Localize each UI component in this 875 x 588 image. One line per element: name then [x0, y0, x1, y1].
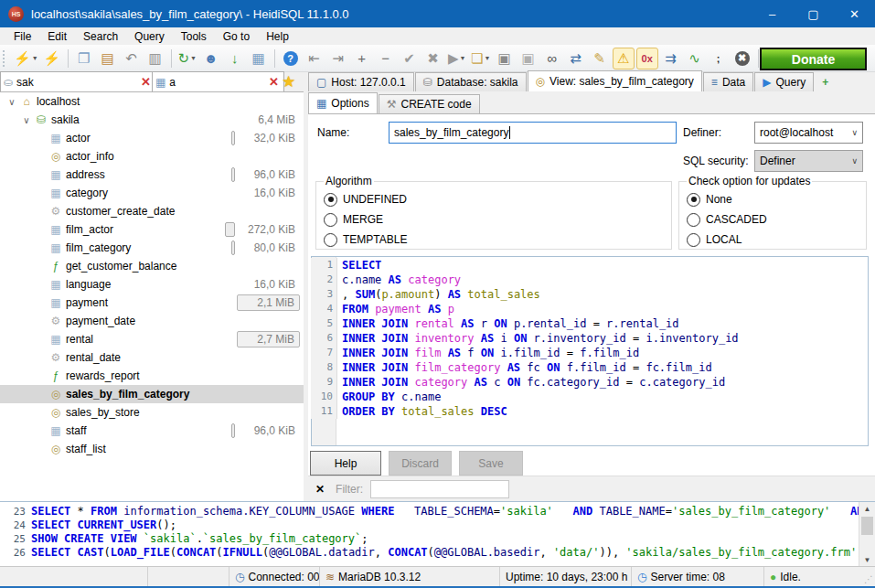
tree-item-sakila[interactable]: ∨⛁sakila6,4 MiB	[0, 111, 304, 129]
tree-item-rewards_report[interactable]: ƒrewards_report	[0, 367, 304, 385]
help-button[interactable]: Help	[310, 451, 381, 476]
algorithm-radio-temptable[interactable]: TEMPTABLE	[324, 230, 664, 250]
toolbar-paste-button[interactable]: ▤	[97, 48, 119, 69]
menu-item-edit[interactable]: Edit	[39, 28, 75, 45]
toolbar-open-file-button[interactable]: ❏▼	[470, 48, 492, 69]
tree-item-film_actor[interactable]: ▦film_actor272,0 KiB	[0, 220, 304, 239]
tree-item-language[interactable]: ▦language16,0 KiB	[0, 275, 304, 294]
scroll-down-icon[interactable]: ▼	[859, 553, 875, 567]
tree-item-localhost[interactable]: ∨⌂localhost	[0, 92, 304, 111]
tab-options[interactable]: ▦Options	[308, 92, 378, 113]
menu-item-tools[interactable]: Tools	[173, 28, 215, 45]
menu-item-go-to[interactable]: Go to	[215, 28, 258, 45]
tree-item-rental[interactable]: ▦rental2,7 MiB	[0, 330, 304, 348]
toolbar-comment-button[interactable]: ;	[708, 48, 730, 69]
editor-code-lines[interactable]: 1SELECT2c.name AS category3, SUM(p.amoun…	[311, 258, 865, 443]
menu-item-query[interactable]: Query	[126, 28, 173, 45]
algorithm-radio-merge[interactable]: MERGE	[324, 209, 664, 230]
toolbar-add-row-button[interactable]: +	[351, 48, 373, 69]
toolbar-delete-row-button[interactable]: −	[375, 48, 397, 69]
toolbar-print-button[interactable]: ▥	[144, 48, 166, 69]
filter-input[interactable]	[370, 480, 509, 498]
database-filter-input[interactable]: ⛀ sak ✕	[0, 71, 156, 92]
toolbar-help-button[interactable]: ?	[280, 48, 302, 69]
discard-button[interactable]: Discard	[389, 451, 452, 476]
algorithm-radio-undefined[interactable]: UNDEFINED	[324, 189, 664, 209]
toolbar-copy-button[interactable]: ❐	[73, 48, 95, 69]
toolbar-hex-toggle-button[interactable]: 0x	[636, 48, 658, 69]
toolbar-beautify-button[interactable]: ✎	[589, 48, 611, 69]
tree-item-payment[interactable]: ▦payment2,1 MiB	[0, 294, 304, 312]
toolbar-save-as-button[interactable]: ▣	[518, 48, 539, 69]
tree-item-staff_list[interactable]: ◎staff_list	[0, 440, 304, 458]
close-button[interactable]: ✕	[834, 0, 875, 27]
menu-item-search[interactable]: Search	[75, 28, 126, 45]
tree-item-film_category[interactable]: ▦film_category80,0 KiB	[0, 239, 304, 257]
tree-item-actor_info[interactable]: ◎actor_info	[0, 147, 304, 166]
tree-item-address[interactable]: ▦address96,0 KiB	[0, 166, 304, 184]
toolbar-indent-button[interactable]: ⇉	[660, 48, 682, 69]
tab-host[interactable]: ▢Host: 127.0.0.1	[308, 72, 414, 91]
clear-table-filter-icon[interactable]: ✕	[267, 75, 281, 89]
menu-item-help[interactable]: Help	[258, 28, 297, 45]
tree-item-customer_create_date[interactable]: ⚙customer_create_date	[0, 202, 304, 220]
check-option-radio-none[interactable]: None	[687, 189, 859, 209]
toolbar-reconnect-button[interactable]: ∿	[684, 48, 706, 69]
resize-grip[interactable]: ⋰	[864, 574, 873, 584]
toolbar-grip[interactable]	[3, 50, 8, 67]
tree-item-category[interactable]: ▦category16,0 KiB	[0, 184, 304, 202]
toolbar-apply-button[interactable]: ✔	[399, 48, 421, 69]
toolbar-undo-button[interactable]: ↶	[121, 48, 143, 69]
minimize-button[interactable]: –	[752, 0, 793, 27]
maximize-button[interactable]: ▢	[793, 0, 834, 27]
save-button[interactable]: Save	[459, 451, 523, 476]
tab-new-query[interactable]: +	[815, 73, 840, 91]
tree-item-label: actor	[64, 132, 91, 144]
toolbar-find-button[interactable]: ∞	[541, 48, 563, 69]
definer-combobox[interactable]: root@localhost ∨	[754, 122, 863, 144]
toolbar-warning-toggle-button[interactable]: ⚠	[613, 48, 635, 69]
tree-item-rental_date[interactable]: ⚙rental_date	[0, 348, 304, 367]
tab-database[interactable]: ⛁Database: sakila	[415, 72, 527, 91]
tree-item-sales_by_film_category[interactable]: ◎sales_by_film_category	[0, 385, 304, 403]
chevron-expanded-icon[interactable]: ∨	[5, 97, 18, 107]
toolbar-save-button[interactable]: ▣	[494, 48, 516, 69]
clear-database-filter-icon[interactable]: ✕	[139, 75, 153, 89]
toolbar-replace-button[interactable]: ⇄	[565, 48, 587, 69]
tree-item-get_customer_balance[interactable]: ƒget_customer_balance	[0, 257, 304, 275]
donate-button[interactable]: Donate	[760, 48, 867, 70]
toolbar-user-manager-button[interactable]: ☻	[200, 48, 222, 69]
query-log-panel[interactable]: 23SELECT * FROM information_schema.KEY_C…	[0, 501, 875, 567]
check-option-radio-local[interactable]: LOCAL	[687, 230, 859, 250]
toolbar-stop-button[interactable]: ✖	[731, 48, 753, 69]
tab-data[interactable]: ≡Data	[703, 72, 753, 91]
table-filter-input[interactable]: ▦ a ✕	[152, 71, 284, 92]
favorites-star-icon[interactable]: ★	[282, 72, 295, 91]
toolbar-export-rows-button[interactable]: ↓	[224, 48, 246, 69]
tree-item-payment_date[interactable]: ⚙payment_date	[0, 312, 304, 330]
tab-query[interactable]: ▶Query	[754, 72, 814, 91]
database-tree[interactable]: ∨⌂localhost∨⛁sakila6,4 MiB▦actor32,0 KiB…	[0, 91, 304, 502]
toolbar-snippet-button[interactable]: ▦	[248, 48, 270, 69]
tree-item-staff[interactable]: ▦staff96,0 KiB	[0, 422, 304, 440]
sql-security-combobox[interactable]: Definer ∨	[754, 150, 863, 172]
menu-item-file[interactable]: File	[5, 28, 39, 45]
tab-create-code[interactable]: ⚒CREATE code	[379, 94, 480, 113]
scrollbar-thumb[interactable]	[861, 517, 873, 535]
chevron-expanded-icon[interactable]: ∨	[20, 115, 33, 125]
toolbar-session-manager-button[interactable]: ⚡▼	[13, 48, 39, 69]
tree-item-sales_by_store[interactable]: ◎sales_by_store	[0, 403, 304, 422]
toolbar-run-query-button[interactable]: ▶▼	[446, 48, 468, 69]
close-filter-icon[interactable]: ✕	[315, 483, 325, 496]
view-name-input[interactable]: sales_by_film_category	[389, 122, 677, 144]
tab-view[interactable]: ◎View: sales_by_film_category	[528, 70, 702, 91]
toolbar-cancel-button[interactable]: ✖	[422, 48, 444, 69]
tree-item-actor[interactable]: ▦actor32,0 KiB	[0, 129, 304, 147]
toolbar-refresh-button[interactable]: ↻▼	[176, 48, 198, 69]
toolbar-go-first-button[interactable]: ⇤	[304, 48, 325, 69]
check-option-radio-cascaded[interactable]: CASCADED	[687, 209, 859, 230]
toolbar-disconnect-button[interactable]: ⚡	[41, 48, 63, 69]
scroll-up-icon[interactable]: ▲	[859, 502, 875, 516]
toolbar-go-last-button[interactable]: ⇥	[327, 48, 349, 69]
log-scrollbar[interactable]: ▲ ▼	[859, 502, 875, 567]
